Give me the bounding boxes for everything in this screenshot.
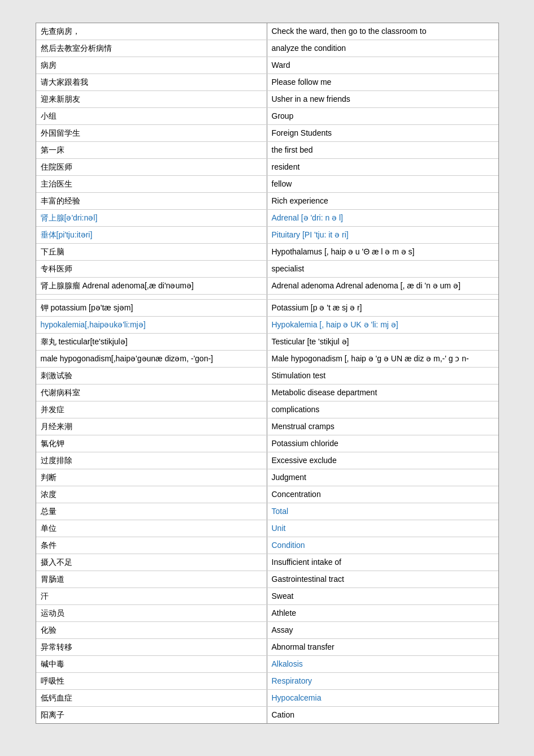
table-row: 丰富的经验Rich experience [36, 193, 498, 210]
table-row: 请大家跟着我Please follow me [36, 74, 498, 91]
table-row: 主治医生fellow [36, 176, 498, 193]
table-row: 迎来新朋友Usher in a new friends [36, 91, 498, 108]
cell-left-2: 病房 [36, 57, 267, 74]
cell-left-4: 迎来新朋友 [36, 91, 267, 107]
cell-right-15: Adrenal adenoma Adrenal adenoma [, æ di … [267, 278, 498, 294]
cell-left-29: 总量 [36, 503, 267, 520]
cell-right-14: specialist [267, 261, 498, 277]
table-row: 浓度Concentration [36, 486, 498, 503]
table-row: 肾上腺腺瘤 Adrenal adenoma[,æ di'nəumə]Adrena… [36, 278, 498, 295]
cell-left-3: 请大家跟着我 [36, 74, 267, 90]
cell-right-25: Potassium chloride [267, 435, 498, 452]
cell-right-3: Please follow me [267, 74, 498, 90]
cell-left-5: 小组 [36, 108, 267, 124]
table-row: 碱中毒Alkalosis [36, 656, 498, 673]
cell-right-37: Abnormal transfer [267, 639, 498, 655]
cell-right-22: Metabolic disease department [267, 385, 498, 401]
table-row: 病房Ward [36, 57, 498, 74]
cell-right-30: Unit [267, 520, 498, 537]
cell-left-21: 刺激试验 [36, 368, 267, 384]
table-row: 然后去教室分析病情analyze the condition [36, 40, 498, 57]
cell-left-32: 摄入不足 [36, 554, 267, 571]
cell-right-7: the first bed [267, 142, 498, 158]
cell-left-7: 第一床 [36, 142, 267, 158]
cell-right-13: Hypothalamus [, haip ə u 'Θ æ l ə m ə s] [267, 244, 498, 260]
table-row: 过度排除Excessive exclude [36, 452, 498, 469]
cell-left-36: 化验 [36, 622, 267, 638]
cell-right-18: Hypokalemia [, haip ə UK ə 'li: mj ə] [267, 317, 498, 333]
cell-right-32: Insufficient intake of [267, 554, 498, 571]
cell-left-35: 运动员 [36, 605, 267, 621]
table-row: 并发症complications [36, 401, 498, 418]
table-row: 阳离子Cation [36, 707, 498, 723]
cell-left-10: 丰富的经验 [36, 193, 267, 209]
cell-right-20: Male hypogonadism [, haip ə 'g ə UN æ di… [267, 351, 498, 367]
cell-right-4: Usher in a new friends [267, 91, 498, 107]
cell-right-38: Alkalosis [267, 656, 498, 672]
cell-left-39: 呼吸性 [36, 673, 267, 689]
cell-right-17: Potassium [p ə 't æ sj ə r] [267, 300, 498, 316]
table-row: 单位Unit [36, 520, 498, 537]
table-row: 异常转移Abnormal transfer [36, 639, 498, 656]
table-row: 下丘脑Hypothalamus [, haip ə u 'Θ æ l ə m ə… [36, 244, 498, 261]
cell-left-19: 睾丸 testicular[te'stikjulə] [36, 334, 267, 350]
table-row: 钾 potassium [pə'tæ sjəm]Potassium [p ə '… [36, 300, 498, 317]
table-row: 摄入不足Insufficient intake of [36, 554, 498, 571]
cell-right-12: Pituitary [PI 'tju: it ə ri] [267, 227, 498, 243]
table-row: 化验Assay [36, 622, 498, 639]
cell-right-31: Condition [267, 537, 498, 554]
cell-right-33: Gastrointestinal tract [267, 571, 498, 587]
cell-left-17: 钾 potassium [pə'tæ sjəm] [36, 300, 267, 316]
cell-right-35: Athlete [267, 605, 498, 621]
cell-left-9: 主治医生 [36, 176, 267, 192]
cell-right-41: Cation [267, 707, 498, 723]
table-row: hypokalemia[,haipəukə'li:mjə]Hypokalemia… [36, 317, 498, 334]
cell-right-40: Hypocalcemia [267, 690, 498, 706]
table-row: 外国留学生Foreign Students [36, 125, 498, 142]
cell-left-24: 月经来潮 [36, 418, 267, 435]
table-row: 判断Judgment [36, 469, 498, 486]
table-row [36, 295, 498, 300]
table-row: 运动员Athlete [36, 605, 498, 622]
cell-left-27: 判断 [36, 469, 267, 486]
cell-left-26: 过度排除 [36, 452, 267, 469]
cell-left-25: 氯化钾 [36, 435, 267, 452]
table-row: 月经来潮Menstrual cramps [36, 418, 498, 435]
cell-right-5: Group [267, 108, 498, 124]
cell-left-12: 垂体[pi'tju:itəri] [36, 227, 267, 243]
table-row: 小组Group [36, 108, 498, 125]
cell-right-27: Judgment [267, 469, 498, 486]
table-row: 刺激试验Stimulation test [36, 368, 498, 385]
cell-right-21: Stimulation test [267, 368, 498, 384]
cell-right-34: Sweat [267, 588, 498, 604]
cell-right-28: Concentration [267, 486, 498, 503]
cell-left-28: 浓度 [36, 486, 267, 503]
table-row: 代谢病科室Metabolic disease department [36, 385, 498, 401]
cell-left-11: 肾上腺[ə'dri:nəl] [36, 210, 267, 226]
cell-left-1: 然后去教室分析病情 [36, 40, 267, 57]
cell-left-40: 低钙血症 [36, 690, 267, 706]
cell-right-19: Testicular [te 'stikjul ə] [267, 334, 498, 350]
table-row: 总量Total [36, 503, 498, 520]
table-row: 住院医师resident [36, 159, 498, 176]
cell-left-22: 代谢病科室 [36, 385, 267, 401]
cell-right-0: Check the ward, then go to the classroom… [267, 23, 498, 40]
cell-left-30: 单位 [36, 520, 267, 537]
cell-right-29: Total [267, 503, 498, 520]
table-row: 低钙血症Hypocalcemia [36, 690, 498, 707]
cell-left-20: male hypogonadism[,haipə'gəunæ dizəm, -'… [36, 351, 267, 367]
cell-left-6: 外国留学生 [36, 125, 267, 141]
cell-left-13: 下丘脑 [36, 244, 267, 260]
cell-right-1: analyze the condition [267, 40, 498, 57]
cell-left-34: 汗 [36, 588, 267, 604]
cell-left-38: 碱中毒 [36, 656, 267, 672]
cell-left-37: 异常转移 [36, 639, 267, 655]
table-row: male hypogonadism[,haipə'gəunæ dizəm, -'… [36, 351, 498, 368]
cell-right-9: fellow [267, 176, 498, 192]
table-row: 先查病房，Check the ward, then go to the clas… [36, 23, 498, 40]
cell-left-18: hypokalemia[,haipəukə'li:mjə] [36, 317, 267, 333]
cell-left-14: 专科医师 [36, 261, 267, 277]
cell-right-36: Assay [267, 622, 498, 638]
cell-left-16 [36, 295, 267, 299]
cell-right-6: Foreign Students [267, 125, 498, 141]
